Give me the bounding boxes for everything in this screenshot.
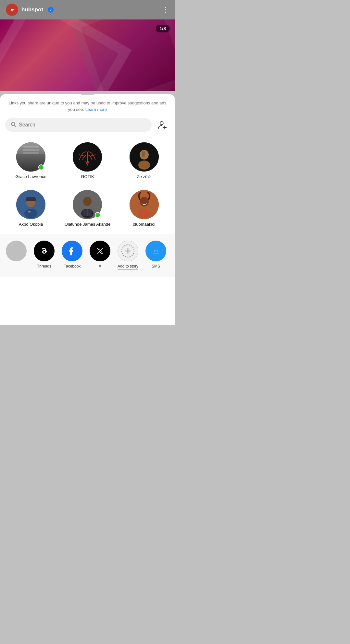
contact-name: Akpo Okobia <box>19 222 43 227</box>
x-icon <box>90 241 110 261</box>
drag-handle[interactable] <box>81 94 94 95</box>
svg-point-14 <box>27 154 35 162</box>
verified-icon <box>48 7 54 13</box>
svg-point-15 <box>24 162 38 172</box>
share-label: X <box>99 264 101 268</box>
search-wrapper[interactable] <box>5 118 152 132</box>
contact-name: oluomaakidi <box>133 222 155 227</box>
bottom-sheet: Links you share are unique to you and ma… <box>0 94 175 325</box>
contact-item[interactable]: GOTIK <box>59 138 116 186</box>
contact-avatar: 🐎 <box>16 190 45 219</box>
brand-name: hubspot <box>21 6 43 13</box>
svg-rect-13 <box>23 152 39 154</box>
svg-point-33 <box>140 197 149 207</box>
contact-avatar <box>130 190 159 219</box>
svg-line-5 <box>14 125 16 126</box>
add-friend-button[interactable] <box>156 118 170 132</box>
contact-name: GOTIK <box>81 174 94 180</box>
svg-point-19 <box>138 161 150 170</box>
contact-item[interactable]: Grace Lawrence <box>3 138 59 186</box>
contact-name: Olatunde James Akande <box>65 222 111 227</box>
contact-name: Ze zë☆ <box>137 174 152 180</box>
share-item-facebook[interactable]: Facebook <box>59 239 85 270</box>
svg-point-40 <box>154 250 155 251</box>
contact-item[interactable]: Ze zë☆ <box>116 138 172 186</box>
svg-point-28 <box>83 197 92 206</box>
share-label: SMS <box>152 264 160 268</box>
online-indicator <box>95 212 101 218</box>
contact-avatar-wrapper <box>130 142 159 172</box>
search-input[interactable] <box>19 122 146 128</box>
share-label: Facebook <box>64 264 81 268</box>
share-item-partial[interactable] <box>3 239 29 263</box>
share-row: Threads Facebook X <box>0 239 175 271</box>
brand-avatar[interactable] <box>6 4 18 16</box>
contact-avatar <box>130 142 159 172</box>
contact-item[interactable]: oluomaakidi <box>116 186 172 234</box>
slide-counter: 1/8 <box>156 25 170 32</box>
contact-avatar-wrapper <box>130 190 159 219</box>
svg-point-6 <box>160 122 163 125</box>
hero-image: 1/8 <box>0 19 175 91</box>
svg-rect-20 <box>142 151 145 157</box>
facebook-icon <box>62 241 82 261</box>
svg-rect-11 <box>23 146 39 148</box>
privacy-notice: Links you share are unique to you and ma… <box>0 100 175 118</box>
search-row <box>0 118 175 138</box>
add-to-story-icon <box>118 241 138 261</box>
svg-point-41 <box>156 250 156 251</box>
share-item-threads[interactable]: Threads <box>31 239 57 270</box>
share-label: Threads <box>37 264 51 268</box>
share-item-add-to-story[interactable]: Add to story <box>115 239 141 271</box>
sms-icon <box>145 241 166 261</box>
contact-avatar-wrapper: 🐎 <box>16 190 45 219</box>
learn-more-link[interactable]: Learn more <box>85 107 107 112</box>
svg-rect-24 <box>26 198 36 201</box>
svg-rect-12 <box>23 149 39 151</box>
menu-icon[interactable]: ⋮ <box>162 6 169 14</box>
contact-avatar-wrapper <box>73 142 102 172</box>
contact-avatar <box>73 142 102 172</box>
svg-point-34 <box>138 209 151 218</box>
svg-text:🐎: 🐎 <box>28 210 31 213</box>
brand-section: hubspot <box>6 4 54 16</box>
top-bar: hubspot ⋮ <box>0 0 175 19</box>
contact-item[interactable]: 🐎 Akpo Okobia <box>3 186 59 234</box>
share-label: Add to story <box>118 264 138 269</box>
contact-avatar-wrapper <box>73 190 102 219</box>
search-icon <box>10 121 16 128</box>
share-item-sms[interactable]: SMS <box>143 239 169 270</box>
share-row-container: Threads Facebook X <box>0 234 175 277</box>
contact-item[interactable]: Olatunde James Akande <box>59 186 116 234</box>
contact-avatar-wrapper <box>16 142 45 172</box>
contacts-grid: Grace Lawrence <box>0 138 175 234</box>
svg-point-42 <box>157 250 158 251</box>
contact-name: Grace Lawrence <box>15 174 46 180</box>
threads-icon <box>34 241 55 261</box>
share-item-x[interactable]: X <box>87 239 113 270</box>
